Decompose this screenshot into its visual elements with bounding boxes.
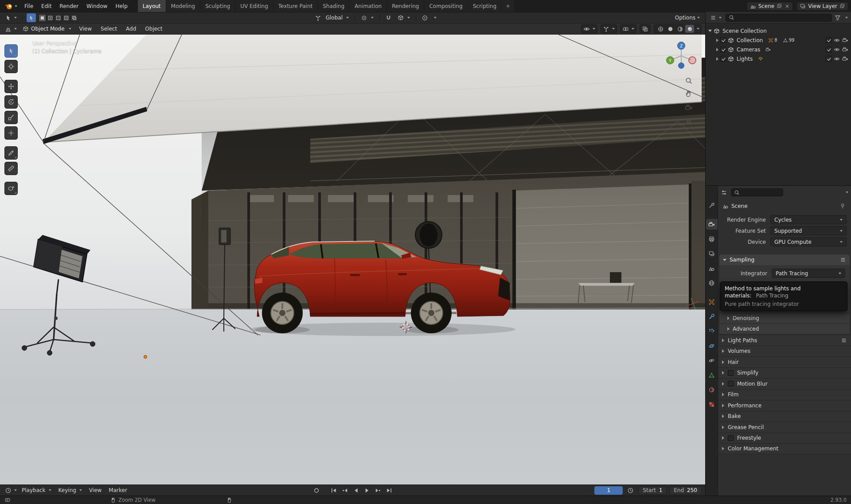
viewport-menu-select[interactable]: Select: [97, 26, 121, 32]
workspace-tab-layout[interactable]: Layout: [138, 0, 166, 12]
next-keyframe-button[interactable]: [373, 486, 383, 495]
render-visibility-icon[interactable]: [842, 37, 848, 43]
workspace-tab-modeling[interactable]: Modeling: [166, 0, 201, 12]
panel-freestyle[interactable]: Freestyle: [718, 433, 851, 444]
tab-tool[interactable]: [706, 200, 718, 211]
panel-light-paths[interactable]: Light Paths: [718, 335, 851, 346]
panel-hair[interactable]: Hair: [718, 356, 851, 367]
frame-start-field[interactable]: Start 1: [638, 486, 667, 495]
collapse-icon[interactable]: [716, 39, 718, 42]
prev-keyframe-button[interactable]: [340, 486, 350, 495]
hide-eye-icon[interactable]: [834, 47, 840, 53]
panel-menu-icon[interactable]: [840, 257, 846, 263]
viewport-menu-object[interactable]: Object: [141, 26, 166, 32]
shading-options-dropdown[interactable]: [697, 28, 699, 30]
select-box-tool-button[interactable]: [27, 13, 36, 22]
view-layer-selector[interactable]: View Layer: [796, 2, 848, 11]
cameras-checkbox[interactable]: [720, 47, 726, 52]
hide-eye-icon[interactable]: [834, 56, 840, 62]
panel-performance[interactable]: Performance: [718, 400, 851, 411]
tab-particles[interactable]: [706, 326, 718, 336]
collapse-icon[interactable]: [716, 57, 718, 61]
play-button[interactable]: [362, 486, 372, 495]
select-mode-set[interactable]: [39, 14, 46, 22]
tool-move[interactable]: [4, 80, 18, 93]
tab-material[interactable]: [706, 384, 718, 395]
new-view-layer-icon[interactable]: [839, 3, 845, 9]
panel-bake[interactable]: Bake: [718, 411, 851, 422]
tab-object-data[interactable]: [706, 370, 718, 380]
selectable-checkbox[interactable]: [826, 37, 831, 43]
select-mode-invert[interactable]: [62, 14, 70, 22]
gizmos-dropdown[interactable]: [601, 24, 617, 33]
select-mode-subtract[interactable]: [55, 14, 62, 22]
tab-constraints[interactable]: [706, 355, 718, 366]
shading-material-button[interactable]: [675, 25, 684, 33]
tool-rotate[interactable]: [4, 95, 18, 109]
xray-toggle[interactable]: [640, 24, 651, 33]
panel-color-management[interactable]: Color Management: [718, 443, 851, 454]
tab-output[interactable]: [706, 234, 718, 244]
tool-transform[interactable]: [4, 126, 18, 140]
viewport-canvas[interactable]: [0, 35, 705, 484]
panel-simplify[interactable]: Simplify: [718, 367, 851, 379]
outliner-row-cameras[interactable]: Cameras: [706, 45, 851, 54]
properties-search-input[interactable]: [731, 188, 783, 196]
hide-eye-icon[interactable]: [834, 37, 840, 43]
menu-edit[interactable]: Edit: [37, 0, 55, 12]
panel-menu-icon[interactable]: [841, 337, 847, 344]
tool-add-cube[interactable]: [4, 182, 18, 195]
outliner-editor-dropdown[interactable]: [709, 13, 723, 22]
tab-physics[interactable]: [706, 340, 718, 351]
panel-film[interactable]: Film: [718, 389, 851, 400]
workspace-tab-animation[interactable]: Animation: [350, 0, 387, 12]
panel-grease-pencil[interactable]: Grease Pencil: [718, 422, 851, 433]
pivot-point-dropdown[interactable]: [359, 13, 375, 22]
feature-set-dropdown[interactable]: Supported: [770, 226, 847, 235]
device-dropdown[interactable]: GPU Compute: [770, 237, 847, 246]
active-tool-dropdown[interactable]: [4, 13, 18, 22]
simplify-checkbox[interactable]: [728, 370, 734, 376]
properties-options-dropdown[interactable]: [846, 191, 848, 193]
status-report-icon[interactable]: [4, 497, 11, 503]
tab-modifiers[interactable]: [706, 311, 718, 322]
shading-wireframe-button[interactable]: [656, 25, 665, 33]
tab-object[interactable]: [706, 297, 718, 307]
properties-editor-icon[interactable]: [721, 189, 727, 196]
monitor[interactable]: [610, 272, 621, 283]
falloff-dropdown[interactable]: [434, 17, 437, 19]
workspace-tab-sculpting[interactable]: Sculpting: [200, 0, 235, 12]
workspace-tab-compositing[interactable]: Compositing: [424, 0, 468, 12]
select-mode-extend[interactable]: [47, 14, 54, 22]
rear-wheel[interactable]: [262, 293, 303, 333]
shading-solid-button[interactable]: [666, 25, 675, 33]
auto-key-button[interactable]: [311, 486, 321, 495]
jump-to-start-button[interactable]: [328, 486, 339, 495]
outliner-row-collection[interactable]: Collection 8 99: [706, 35, 851, 45]
timeline-menu-marker[interactable]: Marker: [105, 487, 130, 493]
selectable-checkbox[interactable]: [826, 47, 831, 52]
editor-type-dropdown[interactable]: [4, 24, 18, 33]
outliner-row-scene-collection[interactable]: Scene Collection: [706, 26, 851, 35]
mode-dropdown[interactable]: Object Mode: [20, 24, 74, 33]
blender-logo-icon[interactable]: [2, 0, 20, 12]
menu-window[interactable]: Window: [82, 0, 111, 12]
viewport-menu-view[interactable]: View: [76, 26, 95, 32]
workspace-tab-texture-paint[interactable]: Texture Paint: [273, 0, 318, 12]
tab-world[interactable]: [706, 277, 718, 288]
3d-viewport[interactable]: User Perspective (1) Collection | Cyclor…: [0, 35, 705, 484]
camera-view-button[interactable]: [683, 102, 695, 113]
subpanel-advanced[interactable]: Advanced: [719, 324, 850, 334]
lights-checkbox[interactable]: [720, 56, 726, 62]
workspace-tab-rendering[interactable]: Rendering: [387, 0, 424, 12]
select-mode-intersect[interactable]: [70, 14, 78, 22]
object-visibility-dropdown[interactable]: [581, 24, 597, 33]
panel-expand-icon[interactable]: [723, 259, 726, 261]
outliner-search-input[interactable]: [726, 14, 832, 22]
menu-file[interactable]: File: [20, 0, 37, 12]
jump-to-end-button[interactable]: [384, 486, 394, 495]
navigation-gizmo[interactable]: Z Y: [665, 40, 697, 72]
tool-select-box[interactable]: [4, 44, 18, 58]
tool-measure[interactable]: [4, 162, 18, 175]
object-origin-dot[interactable]: [144, 356, 147, 359]
